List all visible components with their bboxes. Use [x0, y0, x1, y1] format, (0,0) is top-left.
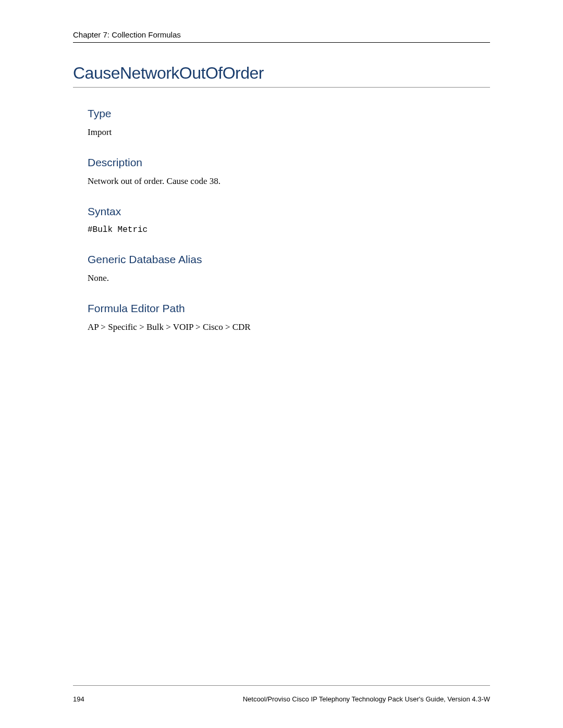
- section-syntax: Syntax #Bulk Metric: [88, 205, 490, 235]
- page-footer: 194 Netcool/Proviso Cisco IP Telephony T…: [73, 685, 490, 703]
- heading-alias: Generic Database Alias: [88, 253, 490, 266]
- page-container: Chapter 7: Collection Formulas CauseNetw…: [0, 0, 563, 332]
- chapter-header: Chapter 7: Collection Formulas: [73, 30, 490, 43]
- section-description: Description Network out of order. Cause …: [88, 156, 490, 187]
- heading-path: Formula Editor Path: [88, 302, 490, 315]
- guide-title: Netcool/Proviso Cisco IP Telephony Techn…: [243, 695, 490, 703]
- body-path: AP > Specific > Bulk > VOIP > Cisco > CD…: [88, 322, 490, 332]
- body-type: Import: [88, 127, 490, 138]
- section-alias: Generic Database Alias None.: [88, 253, 490, 283]
- page-number: 194: [73, 695, 84, 703]
- body-alias: None.: [88, 273, 490, 283]
- body-syntax: #Bulk Metric: [88, 225, 490, 235]
- section-path: Formula Editor Path AP > Specific > Bulk…: [88, 302, 490, 332]
- heading-description: Description: [88, 156, 490, 169]
- heading-syntax: Syntax: [88, 205, 490, 218]
- section-type: Type Import: [88, 107, 490, 138]
- body-description: Network out of order. Cause code 38.: [88, 176, 490, 187]
- heading-type: Type: [88, 107, 490, 120]
- page-title: CauseNetworkOutOfOrder: [73, 64, 490, 88]
